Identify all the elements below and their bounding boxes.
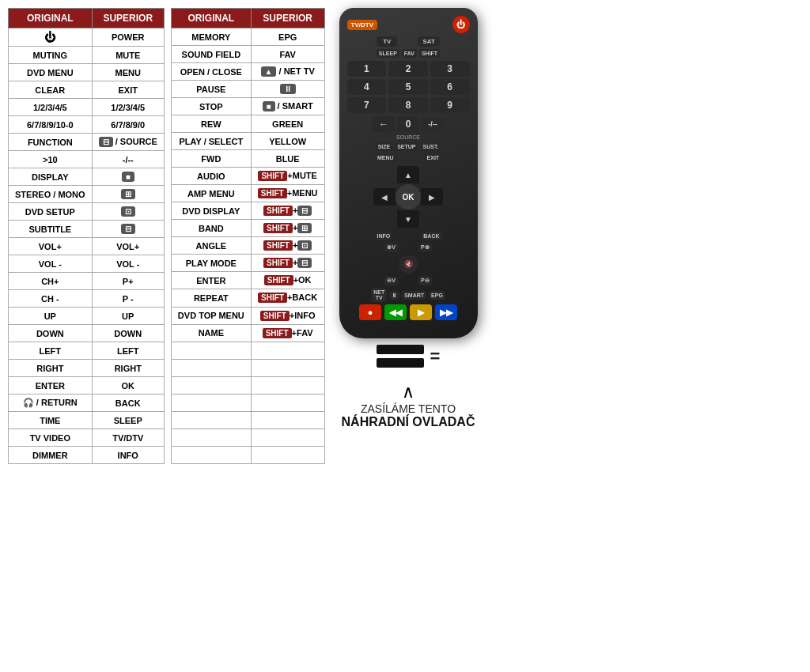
table2-original-cell bbox=[171, 394, 251, 411]
nettv-button[interactable]: NETTV bbox=[371, 288, 387, 302]
num-btn-1[interactable]: 1 bbox=[347, 61, 387, 77]
ok-button[interactable]: OK bbox=[396, 184, 421, 210]
vol-up-btn[interactable]: ⊕V bbox=[384, 243, 398, 252]
source-label: SOURCE bbox=[347, 134, 470, 140]
table-row: STOP■ / SMART bbox=[171, 98, 324, 115]
table2-original-cell: OPEN / CLOSE bbox=[171, 63, 251, 81]
table1-original-cell: >10 bbox=[9, 151, 93, 168]
media-rewind-btn[interactable]: ◀◀ bbox=[384, 304, 407, 320]
table-row: PLAY / SELECTYELLOW bbox=[171, 133, 324, 150]
table1-original-cell: ENTER bbox=[9, 377, 93, 395]
tvdtv-button[interactable]: TV/DTV bbox=[347, 20, 377, 30]
table1-original-cell: DISPLAY bbox=[9, 168, 93, 186]
table-row: >10-/-- bbox=[9, 151, 165, 168]
num-btn-6[interactable]: 6 bbox=[430, 79, 470, 95]
power-button[interactable]: ⏻ bbox=[452, 16, 470, 33]
table1-original-cell: VOL+ bbox=[9, 238, 93, 255]
num-btn-7[interactable]: 7 bbox=[347, 97, 387, 113]
back-button[interactable]: BACK bbox=[421, 232, 441, 240]
num-btn-2[interactable]: 2 bbox=[388, 61, 428, 77]
table1-superior-cell: 1/2/3/4/5 bbox=[92, 99, 164, 116]
table1-superior-cell: MENU bbox=[92, 64, 164, 81]
table-row: ANGLESHIFT+⊡ bbox=[171, 237, 324, 255]
dpad-down[interactable]: ▼ bbox=[397, 210, 419, 228]
table1-superior-cell: P - bbox=[92, 290, 164, 308]
table2-original-cell: FWD bbox=[171, 150, 251, 168]
table-row: PLAY MODESHIFT+⊟ bbox=[171, 255, 324, 272]
divider-bars bbox=[377, 345, 424, 368]
ch-up-btn[interactable]: P⊕ bbox=[418, 243, 432, 252]
table2-superior-cell bbox=[251, 376, 324, 394]
info-button[interactable]: INFO bbox=[375, 232, 393, 240]
dpad-left[interactable]: ◀ bbox=[373, 188, 396, 206]
num-btn-4[interactable]: 4 bbox=[347, 79, 387, 95]
table-row: 🎧 / RETURNBACK bbox=[9, 395, 165, 412]
num-btn-8[interactable]: 8 bbox=[388, 97, 428, 113]
num-btn-3[interactable]: 3 bbox=[430, 61, 470, 77]
table1-original-cell: UP bbox=[9, 308, 93, 325]
table1-original-cell: DOWN bbox=[9, 325, 93, 342]
table1-superior-cell: 6/7/8/9/0 bbox=[92, 116, 164, 134]
table1-superior-cell: EXIT bbox=[92, 81, 164, 99]
ch-down-btn[interactable]: P⊖ bbox=[418, 276, 432, 285]
num-btn-9[interactable]: 9 bbox=[430, 97, 470, 113]
size-button[interactable]: SIZE bbox=[376, 142, 393, 151]
tv-button[interactable]: TV bbox=[377, 36, 397, 47]
sleep-button[interactable]: SLEEP bbox=[377, 49, 399, 58]
table-row bbox=[171, 394, 324, 411]
table-row bbox=[171, 428, 324, 446]
num-btn-5[interactable]: 5 bbox=[388, 79, 428, 95]
table1-original-cell: RIGHT bbox=[9, 360, 93, 377]
equals-sign: = bbox=[430, 346, 441, 367]
table2-superior-cell: SHIFT+OK bbox=[251, 272, 324, 289]
nettv-smart-epg-row: NETTV ⏸ SMART EPG bbox=[347, 288, 470, 302]
media-play-btn[interactable]: ▶ bbox=[410, 304, 432, 320]
table2-superior-cell: SHIFT+INFO bbox=[251, 307, 324, 324]
table-row: TV VIDEOTV/DTV bbox=[9, 429, 165, 447]
setup-button[interactable]: SETUP bbox=[395, 142, 418, 151]
dpad-middle: ◀ OK ▶ bbox=[373, 184, 443, 210]
table2-original-cell: ANGLE bbox=[171, 237, 251, 255]
dash-button[interactable]: -/-- bbox=[422, 118, 444, 130]
table-row: AUDIOSHIFT+MUTE bbox=[171, 168, 324, 185]
pause-btn[interactable]: ⏸ bbox=[389, 291, 399, 300]
sleep-fav-shift-row: SLEEP FAV SHIFT bbox=[347, 49, 470, 58]
menu-button[interactable]: MENU bbox=[375, 153, 396, 162]
table1-superior-cell: P+ bbox=[92, 273, 164, 290]
mute-icon-btn[interactable]: 🔇 bbox=[399, 255, 418, 274]
table1-superior-cell: DOWN bbox=[92, 325, 164, 342]
back-arrow-btn[interactable]: ← bbox=[373, 116, 395, 132]
table1-original-cell: LEFT bbox=[9, 342, 93, 360]
sat-button[interactable]: SAT bbox=[418, 36, 439, 47]
media-forward-btn[interactable]: ▶▶ bbox=[435, 304, 457, 320]
epg-button[interactable]: EPG bbox=[429, 291, 445, 300]
divider-bar-top bbox=[377, 345, 424, 354]
table1-superior-cell: LEFT bbox=[92, 342, 164, 360]
shift-button[interactable]: SHIFT bbox=[419, 49, 440, 58]
table2-superior-cell: SHIFT+⊟ bbox=[251, 202, 324, 220]
vol-down-btn[interactable]: ⊖V bbox=[384, 276, 398, 285]
smart-button[interactable]: SMART bbox=[402, 291, 426, 300]
media-record-btn[interactable]: ● bbox=[359, 304, 381, 320]
zasilame-section: ∧ ZASÍLÁME TENTO NÁHRADNÍ OVLADAČ bbox=[342, 382, 475, 429]
table2-header-superior: SUPERIOR bbox=[251, 9, 324, 28]
table-row: MEMORYEPG bbox=[171, 28, 324, 46]
table1-original-cell: FUNCTION bbox=[9, 134, 93, 151]
table2-superior-cell: SHIFT+⊡ bbox=[251, 237, 324, 255]
table2-original-cell: PLAY / SELECT bbox=[171, 133, 251, 150]
table2-superior-cell bbox=[251, 359, 324, 376]
table2-original-cell: BAND bbox=[171, 220, 251, 237]
fav-button[interactable]: FAV bbox=[402, 49, 417, 58]
zero-button[interactable]: 0 bbox=[397, 116, 419, 132]
table-row: FUNCTION⊟ / SOURCE bbox=[9, 134, 165, 151]
table2-original-cell: REPEAT bbox=[171, 289, 251, 307]
dpad-up[interactable]: ▲ bbox=[397, 166, 419, 183]
table-row bbox=[171, 411, 324, 428]
dpad-right[interactable]: ▶ bbox=[421, 188, 443, 206]
table2-original-cell bbox=[171, 428, 251, 446]
table1-original-cell: CLEAR bbox=[9, 81, 93, 99]
exit-button[interactable]: EXIT bbox=[425, 153, 442, 162]
table-row: MUTINGMUTE bbox=[9, 47, 165, 64]
sust-button[interactable]: SUST. bbox=[421, 142, 441, 151]
table2-superior-cell: SHIFT+⊞ bbox=[251, 220, 324, 237]
